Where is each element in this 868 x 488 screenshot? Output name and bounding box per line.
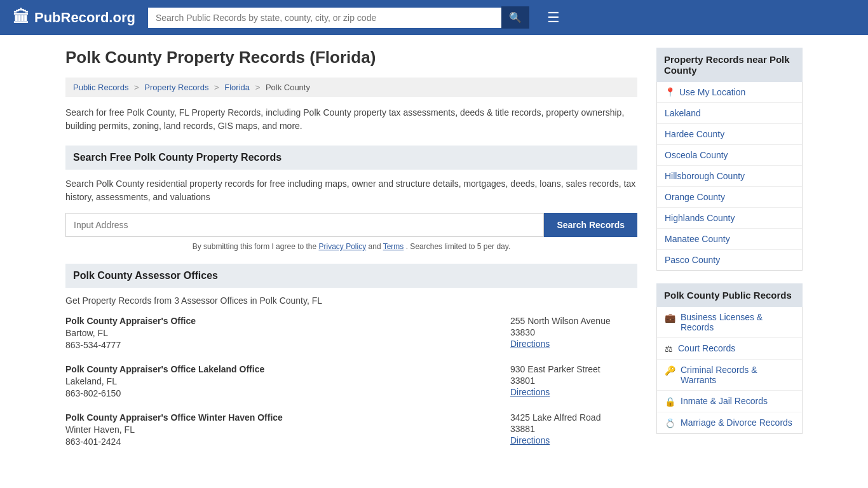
sidebar-nearby-header: Property Records near Polk County bbox=[656, 48, 803, 82]
hamburger-menu-button[interactable]: ☰ bbox=[542, 7, 565, 29]
office-address1-1: 255 North Wilson Avenue bbox=[510, 316, 637, 326]
sidebar-item-highlands[interactable]: Highlands County bbox=[657, 208, 802, 229]
search-description: Search Polk County residential property … bbox=[65, 177, 637, 204]
office-city-1: Bartow, FL bbox=[65, 328, 498, 338]
main-wrapper: Polk County Property Records (Florida) P… bbox=[53, 35, 815, 473]
header-search-button[interactable]: 🔍 bbox=[501, 6, 529, 29]
office-left-3: Polk County Appraiser's Office Winter Ha… bbox=[65, 412, 498, 447]
office-entry-2: Polk County Appraiser's Office Lakeland … bbox=[65, 364, 637, 398]
office-address2-1: 33830 bbox=[510, 327, 637, 337]
key-icon: 🔑 bbox=[665, 365, 675, 376]
breadcrumb-sep-3: > bbox=[255, 83, 261, 92]
office-city-2: Lakeland, FL bbox=[65, 376, 498, 386]
sidebar-item-hardee[interactable]: Hardee County bbox=[657, 124, 802, 145]
sidebar-item-pasco[interactable]: Pasco County bbox=[657, 250, 802, 270]
use-location-link[interactable]: Use My Location bbox=[679, 87, 745, 97]
hamburger-icon: ☰ bbox=[547, 10, 560, 25]
breadcrumb-florida[interactable]: Florida bbox=[224, 83, 250, 92]
form-disclaimer: By submitting this form I agree to the P… bbox=[65, 242, 637, 251]
office-right-2: 930 East Parker Street 33801 Directions bbox=[510, 364, 637, 398]
office-phone-3: 863-401-2424 bbox=[65, 437, 498, 447]
sidebar-item-marriage-records[interactable]: 💍 Marriage & Divorce Records bbox=[657, 412, 802, 433]
assessor-section-header: Polk County Assessor Offices bbox=[65, 264, 637, 288]
logo-text: PubRecord.org bbox=[34, 10, 135, 26]
sidebar-item-inmate-records[interactable]: 🔒 Inmate & Jail Records bbox=[657, 391, 802, 412]
header-search-bar: 🔍 bbox=[148, 6, 529, 29]
breadcrumb: Public Records > Property Records > Flor… bbox=[65, 78, 637, 97]
sidebar-public-records-header: Polk County Public Records bbox=[656, 283, 803, 307]
sidebar-item-business-licenses[interactable]: 💼 Business Licenses & Records bbox=[657, 307, 802, 338]
breadcrumb-current: Polk County bbox=[266, 83, 310, 92]
office-address1-2: 930 East Parker Street bbox=[510, 364, 637, 374]
sidebar-item-orange[interactable]: Orange County bbox=[657, 187, 802, 208]
sidebar-public-records-list: 💼 Business Licenses & Records ⚖ Court Re… bbox=[656, 307, 803, 434]
office-name-1: Polk County Appraiser's Office bbox=[65, 316, 498, 326]
sidebar-nearby-list: 📍 Use My Location Lakeland Hardee County… bbox=[656, 82, 803, 271]
office-name-3: Polk County Appraiser's Office Winter Ha… bbox=[65, 412, 498, 423]
office-address2-3: 33881 bbox=[510, 424, 637, 434]
breadcrumb-public-records[interactable]: Public Records bbox=[73, 83, 128, 92]
logo[interactable]: 🏛 PubRecord.org bbox=[13, 8, 135, 27]
office-left-1: Polk County Appraiser's Office Bartow, F… bbox=[65, 316, 498, 350]
header: 🏛 PubRecord.org 🔍 ☰ bbox=[0, 0, 868, 35]
header-search-input[interactable] bbox=[148, 8, 501, 28]
search-section-header: Search Free Polk County Property Records bbox=[65, 146, 637, 170]
sidebar-item-manatee[interactable]: Manatee County bbox=[657, 229, 802, 250]
search-section: Search Free Polk County Property Records… bbox=[65, 146, 637, 251]
content-area: Polk County Property Records (Florida) P… bbox=[65, 48, 637, 461]
breadcrumb-sep-2: > bbox=[214, 83, 219, 92]
lock-icon: 🔒 bbox=[665, 396, 675, 407]
sidebar-item-osceola[interactable]: Osceola County bbox=[657, 145, 802, 166]
office-left-2: Polk County Appraiser's Office Lakeland … bbox=[65, 364, 498, 398]
breadcrumb-property-records[interactable]: Property Records bbox=[144, 83, 208, 92]
office-phone-2: 863-802-6150 bbox=[65, 388, 498, 398]
office-entry-1: Polk County Appraiser's Office Bartow, F… bbox=[65, 316, 637, 350]
search-records-button[interactable]: Search Records bbox=[544, 213, 637, 237]
office-name-2: Polk County Appraiser's Office Lakeland … bbox=[65, 364, 498, 374]
sidebar-item-use-location[interactable]: 📍 Use My Location bbox=[657, 82, 802, 103]
office-right-3: 3425 Lake Alfred Road 33881 Directions bbox=[510, 412, 637, 447]
search-icon: 🔍 bbox=[509, 12, 522, 23]
sidebar-item-court-records[interactable]: ⚖ Court Records bbox=[657, 338, 802, 360]
office-address2-2: 33801 bbox=[510, 376, 637, 386]
directions-link-2[interactable]: Directions bbox=[510, 387, 550, 397]
breadcrumb-sep-1: > bbox=[134, 83, 139, 92]
sidebar-nearby-box: Property Records near Polk County 📍 Use … bbox=[656, 48, 803, 271]
sidebar-item-lakeland[interactable]: Lakeland bbox=[657, 103, 802, 124]
office-city-3: Winter Haven, FL bbox=[65, 424, 498, 435]
disclaimer-suffix: . Searches limited to 5 per day. bbox=[406, 242, 511, 251]
office-entry-3: Polk County Appraiser's Office Winter Ha… bbox=[65, 412, 637, 447]
briefcase-icon: 💼 bbox=[665, 313, 675, 323]
directions-link-3[interactable]: Directions bbox=[510, 435, 550, 445]
sidebar: Property Records near Polk County 📍 Use … bbox=[656, 48, 803, 461]
location-pin-icon: 📍 bbox=[665, 87, 675, 97]
assessor-section: Polk County Assessor Offices Get Propert… bbox=[65, 264, 637, 447]
terms-link[interactable]: Terms bbox=[383, 242, 404, 251]
office-address1-3: 3425 Lake Alfred Road bbox=[510, 412, 637, 423]
rings-icon: 💍 bbox=[665, 418, 675, 428]
scales-icon: ⚖ bbox=[665, 344, 673, 354]
sidebar-public-records-box: Polk County Public Records 💼 Business Li… bbox=[656, 283, 803, 434]
disclaimer-prefix: By submitting this form I agree to the bbox=[193, 242, 316, 251]
address-input[interactable] bbox=[65, 213, 544, 237]
address-form: Search Records bbox=[65, 213, 637, 237]
logo-icon: 🏛 bbox=[13, 8, 29, 27]
assessor-description: Get Property Records from 3 Assessor Off… bbox=[65, 295, 637, 306]
office-phone-1: 863-534-4777 bbox=[65, 340, 498, 350]
disclaimer-and: and bbox=[369, 242, 383, 251]
privacy-policy-link[interactable]: Privacy Policy bbox=[319, 242, 367, 251]
page-description: Search for free Polk County, FL Property… bbox=[65, 106, 637, 133]
page-title: Polk County Property Records (Florida) bbox=[65, 48, 637, 67]
office-right-1: 255 North Wilson Avenue 33830 Directions bbox=[510, 316, 637, 350]
sidebar-item-hillsborough[interactable]: Hillsborough County bbox=[657, 166, 802, 187]
sidebar-item-criminal-records[interactable]: 🔑 Criminal Records & Warrants bbox=[657, 360, 802, 391]
directions-link-1[interactable]: Directions bbox=[510, 339, 550, 349]
